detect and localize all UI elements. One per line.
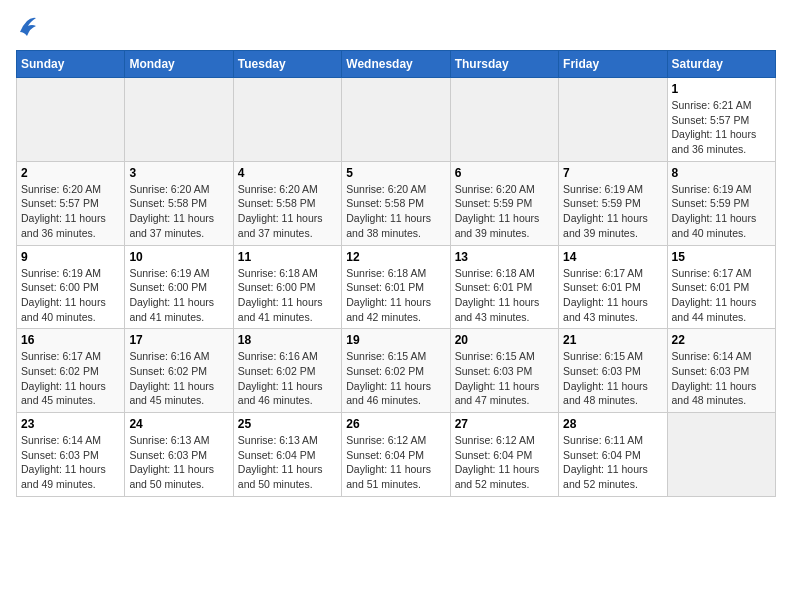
day-info: Sunrise: 6:21 AM Sunset: 5:57 PM Dayligh… [672, 98, 771, 157]
day-info: Sunrise: 6:14 AM Sunset: 6:03 PM Dayligh… [21, 433, 120, 492]
calendar-cell: 10Sunrise: 6:19 AM Sunset: 6:00 PM Dayli… [125, 245, 233, 329]
calendar-cell: 26Sunrise: 6:12 AM Sunset: 6:04 PM Dayli… [342, 413, 450, 497]
calendar-cell: 18Sunrise: 6:16 AM Sunset: 6:02 PM Dayli… [233, 329, 341, 413]
day-info: Sunrise: 6:19 AM Sunset: 5:59 PM Dayligh… [563, 182, 662, 241]
calendar-cell: 28Sunrise: 6:11 AM Sunset: 6:04 PM Dayli… [559, 413, 667, 497]
day-number: 25 [238, 417, 337, 431]
logo [16, 16, 36, 38]
day-number: 10 [129, 250, 228, 264]
calendar-table: SundayMondayTuesdayWednesdayThursdayFrid… [16, 50, 776, 497]
calendar-header-friday: Friday [559, 51, 667, 78]
calendar-header-tuesday: Tuesday [233, 51, 341, 78]
calendar-cell: 5Sunrise: 6:20 AM Sunset: 5:58 PM Daylig… [342, 161, 450, 245]
calendar-cell: 27Sunrise: 6:12 AM Sunset: 6:04 PM Dayli… [450, 413, 558, 497]
calendar-week-row: 2Sunrise: 6:20 AM Sunset: 5:57 PM Daylig… [17, 161, 776, 245]
day-info: Sunrise: 6:15 AM Sunset: 6:03 PM Dayligh… [455, 349, 554, 408]
calendar-cell: 25Sunrise: 6:13 AM Sunset: 6:04 PM Dayli… [233, 413, 341, 497]
day-number: 7 [563, 166, 662, 180]
day-number: 15 [672, 250, 771, 264]
calendar-cell: 24Sunrise: 6:13 AM Sunset: 6:03 PM Dayli… [125, 413, 233, 497]
day-number: 8 [672, 166, 771, 180]
day-info: Sunrise: 6:12 AM Sunset: 6:04 PM Dayligh… [346, 433, 445, 492]
day-info: Sunrise: 6:17 AM Sunset: 6:01 PM Dayligh… [672, 266, 771, 325]
day-info: Sunrise: 6:18 AM Sunset: 6:01 PM Dayligh… [455, 266, 554, 325]
calendar-cell: 19Sunrise: 6:15 AM Sunset: 6:02 PM Dayli… [342, 329, 450, 413]
day-number: 3 [129, 166, 228, 180]
day-info: Sunrise: 6:11 AM Sunset: 6:04 PM Dayligh… [563, 433, 662, 492]
day-info: Sunrise: 6:17 AM Sunset: 6:02 PM Dayligh… [21, 349, 120, 408]
calendar-cell: 15Sunrise: 6:17 AM Sunset: 6:01 PM Dayli… [667, 245, 775, 329]
day-number: 28 [563, 417, 662, 431]
calendar-cell: 17Sunrise: 6:16 AM Sunset: 6:02 PM Dayli… [125, 329, 233, 413]
day-number: 22 [672, 333, 771, 347]
calendar-header-thursday: Thursday [450, 51, 558, 78]
calendar-cell [342, 78, 450, 162]
day-number: 20 [455, 333, 554, 347]
day-number: 12 [346, 250, 445, 264]
calendar-cell [125, 78, 233, 162]
day-info: Sunrise: 6:15 AM Sunset: 6:02 PM Dayligh… [346, 349, 445, 408]
day-info: Sunrise: 6:20 AM Sunset: 5:58 PM Dayligh… [346, 182, 445, 241]
calendar-cell: 6Sunrise: 6:20 AM Sunset: 5:59 PM Daylig… [450, 161, 558, 245]
page-header [16, 16, 776, 38]
day-number: 23 [21, 417, 120, 431]
day-info: Sunrise: 6:17 AM Sunset: 6:01 PM Dayligh… [563, 266, 662, 325]
calendar-cell: 4Sunrise: 6:20 AM Sunset: 5:58 PM Daylig… [233, 161, 341, 245]
calendar-cell: 20Sunrise: 6:15 AM Sunset: 6:03 PM Dayli… [450, 329, 558, 413]
day-info: Sunrise: 6:18 AM Sunset: 6:01 PM Dayligh… [346, 266, 445, 325]
day-info: Sunrise: 6:20 AM Sunset: 5:58 PM Dayligh… [238, 182, 337, 241]
calendar-week-row: 9Sunrise: 6:19 AM Sunset: 6:00 PM Daylig… [17, 245, 776, 329]
day-number: 9 [21, 250, 120, 264]
day-number: 16 [21, 333, 120, 347]
day-number: 17 [129, 333, 228, 347]
calendar-header-monday: Monday [125, 51, 233, 78]
day-info: Sunrise: 6:20 AM Sunset: 5:59 PM Dayligh… [455, 182, 554, 241]
calendar-cell: 13Sunrise: 6:18 AM Sunset: 6:01 PM Dayli… [450, 245, 558, 329]
calendar-cell: 3Sunrise: 6:20 AM Sunset: 5:58 PM Daylig… [125, 161, 233, 245]
calendar-cell: 16Sunrise: 6:17 AM Sunset: 6:02 PM Dayli… [17, 329, 125, 413]
day-info: Sunrise: 6:12 AM Sunset: 6:04 PM Dayligh… [455, 433, 554, 492]
calendar-header-sunday: Sunday [17, 51, 125, 78]
day-number: 24 [129, 417, 228, 431]
day-number: 21 [563, 333, 662, 347]
day-info: Sunrise: 6:19 AM Sunset: 5:59 PM Dayligh… [672, 182, 771, 241]
day-info: Sunrise: 6:16 AM Sunset: 6:02 PM Dayligh… [238, 349, 337, 408]
calendar-cell: 21Sunrise: 6:15 AM Sunset: 6:03 PM Dayli… [559, 329, 667, 413]
day-number: 4 [238, 166, 337, 180]
day-number: 19 [346, 333, 445, 347]
calendar-cell [559, 78, 667, 162]
calendar-week-row: 16Sunrise: 6:17 AM Sunset: 6:02 PM Dayli… [17, 329, 776, 413]
calendar-cell [450, 78, 558, 162]
calendar-week-row: 1Sunrise: 6:21 AM Sunset: 5:57 PM Daylig… [17, 78, 776, 162]
day-info: Sunrise: 6:18 AM Sunset: 6:00 PM Dayligh… [238, 266, 337, 325]
day-info: Sunrise: 6:15 AM Sunset: 6:03 PM Dayligh… [563, 349, 662, 408]
calendar-cell [17, 78, 125, 162]
day-number: 6 [455, 166, 554, 180]
calendar-cell: 1Sunrise: 6:21 AM Sunset: 5:57 PM Daylig… [667, 78, 775, 162]
calendar-cell: 12Sunrise: 6:18 AM Sunset: 6:01 PM Dayli… [342, 245, 450, 329]
day-number: 13 [455, 250, 554, 264]
day-number: 5 [346, 166, 445, 180]
day-info: Sunrise: 6:13 AM Sunset: 6:04 PM Dayligh… [238, 433, 337, 492]
day-number: 14 [563, 250, 662, 264]
day-info: Sunrise: 6:13 AM Sunset: 6:03 PM Dayligh… [129, 433, 228, 492]
calendar-week-row: 23Sunrise: 6:14 AM Sunset: 6:03 PM Dayli… [17, 413, 776, 497]
calendar-cell [233, 78, 341, 162]
calendar-cell: 11Sunrise: 6:18 AM Sunset: 6:00 PM Dayli… [233, 245, 341, 329]
day-number: 1 [672, 82, 771, 96]
day-info: Sunrise: 6:16 AM Sunset: 6:02 PM Dayligh… [129, 349, 228, 408]
day-number: 18 [238, 333, 337, 347]
calendar-cell: 14Sunrise: 6:17 AM Sunset: 6:01 PM Dayli… [559, 245, 667, 329]
calendar-header-saturday: Saturday [667, 51, 775, 78]
calendar-cell: 23Sunrise: 6:14 AM Sunset: 6:03 PM Dayli… [17, 413, 125, 497]
calendar-cell: 2Sunrise: 6:20 AM Sunset: 5:57 PM Daylig… [17, 161, 125, 245]
calendar-header-row: SundayMondayTuesdayWednesdayThursdayFrid… [17, 51, 776, 78]
logo-bird-icon [18, 14, 36, 36]
day-info: Sunrise: 6:19 AM Sunset: 6:00 PM Dayligh… [129, 266, 228, 325]
day-info: Sunrise: 6:14 AM Sunset: 6:03 PM Dayligh… [672, 349, 771, 408]
day-info: Sunrise: 6:20 AM Sunset: 5:58 PM Dayligh… [129, 182, 228, 241]
calendar-cell: 7Sunrise: 6:19 AM Sunset: 5:59 PM Daylig… [559, 161, 667, 245]
day-info: Sunrise: 6:19 AM Sunset: 6:00 PM Dayligh… [21, 266, 120, 325]
day-number: 11 [238, 250, 337, 264]
calendar-cell: 9Sunrise: 6:19 AM Sunset: 6:00 PM Daylig… [17, 245, 125, 329]
